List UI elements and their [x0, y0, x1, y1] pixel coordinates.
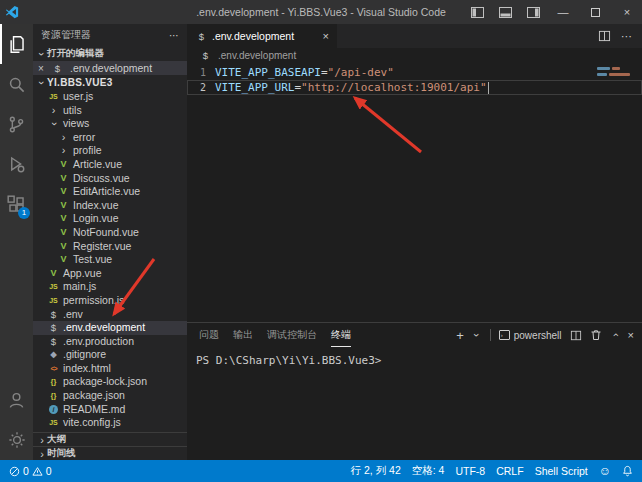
file-icon	[47, 117, 60, 131]
tree-item[interactable]: index.html	[33, 362, 187, 376]
tree-item[interactable]: package.json	[33, 389, 187, 403]
tree-item[interactable]: App.vue	[33, 267, 187, 281]
extensions-badge: 1	[18, 207, 30, 219]
editor-tab[interactable]: .env.development ×	[187, 24, 337, 48]
cursor-position[interactable]: 行 2, 列 42	[351, 464, 401, 478]
tree-item[interactable]: .gitignore	[33, 348, 187, 362]
tree-item-label: .gitignore	[63, 348, 106, 362]
notifications-bell-icon[interactable]	[622, 465, 633, 477]
toggle-panel-icon[interactable]	[492, 0, 518, 24]
split-terminal-icon[interactable]	[570, 330, 582, 341]
breadcrumb[interactable]: .env.development	[187, 48, 642, 63]
toggle-secondary-sidebar-icon[interactable]	[520, 0, 546, 24]
open-editors-section[interactable]: › 打开的编辑器	[33, 46, 187, 61]
tree-item[interactable]: Index.vue	[33, 199, 187, 213]
tree-item[interactable]: Login.vue	[33, 212, 187, 226]
kill-terminal-trash-icon[interactable]	[590, 329, 602, 341]
editor-more-actions-icon[interactable]: ⋯	[621, 30, 632, 43]
minimize-button[interactable]: —	[548, 0, 578, 24]
tree-item[interactable]: .env.development	[33, 321, 187, 335]
tree-item-label: Discuss.vue	[73, 172, 130, 186]
code-line-2-current: 2 VITE_APP_URL="http://localhost:19001/a…	[187, 80, 642, 95]
language-mode[interactable]: Shell Script	[535, 465, 588, 477]
text-cursor	[488, 82, 489, 94]
tree-item[interactable]: main.js	[33, 280, 187, 294]
tree-item[interactable]: error	[33, 131, 187, 145]
terminal-dropdown-icon[interactable]: ›	[471, 330, 483, 340]
terminal-output[interactable]: PS D:\CSharp\Yi\Yi.BBS.Vue3>	[187, 347, 642, 460]
tree-item[interactable]: NotFound.vue	[33, 226, 187, 240]
activity-source-control[interactable]	[0, 104, 33, 144]
status-bar: 0 0 行 2, 列 42 空格: 4 UTF-8 CRLF Shell Scr…	[0, 460, 642, 482]
tree-item[interactable]: Article.vue	[33, 158, 187, 172]
shell-selector[interactable]: › powershell	[499, 330, 562, 341]
tree-item[interactable]: Discuss.vue	[33, 172, 187, 186]
panel-tab[interactable]: 终端	[331, 323, 351, 347]
run-debug-icon	[7, 155, 26, 174]
activity-explorer[interactable]	[0, 24, 33, 64]
tree-item[interactable]: EditArticle.vue	[33, 185, 187, 199]
indentation-status[interactable]: 空格: 4	[412, 464, 445, 478]
panel-tab[interactable]: 调试控制台	[267, 323, 317, 347]
close-icon[interactable]: ×	[38, 63, 48, 74]
encoding-status[interactable]: UTF-8	[455, 465, 485, 477]
code-editor[interactable]: 1 VITE_APP_BASEAPI="/api-dev" 2 VITE_APP…	[187, 63, 642, 322]
file-icon	[47, 405, 60, 414]
outline-label: 大纲	[47, 433, 66, 446]
timeline-section[interactable]: › 时间线	[33, 446, 187, 460]
tree-item-label: profile	[73, 144, 102, 158]
tree-item-label: Login.vue	[73, 212, 119, 226]
activity-account[interactable]	[0, 380, 33, 420]
file-icon	[47, 375, 60, 389]
maximize-panel-icon[interactable]: ›	[609, 330, 621, 340]
tree-item[interactable]: user.js	[33, 90, 187, 104]
file-icon	[47, 348, 60, 362]
tree-item[interactable]: permission.js	[33, 294, 187, 308]
new-terminal-icon[interactable]: +	[456, 328, 464, 343]
activity-search[interactable]	[0, 64, 33, 104]
tree-item[interactable]: README.md	[33, 403, 187, 417]
open-editor-item[interactable]: × .env.development	[33, 61, 187, 75]
tree-item[interactable]: profile	[33, 144, 187, 158]
file-icon	[47, 280, 60, 294]
feedback-smiley-icon[interactable]: ☺	[599, 464, 611, 478]
outline-section[interactable]: › 大纲	[33, 432, 187, 446]
close-panel-icon[interactable]: ×	[628, 329, 634, 341]
tree-item-label: views	[63, 117, 89, 131]
activity-extensions[interactable]: 1	[0, 184, 33, 224]
chevron-right-icon: ›	[37, 448, 47, 460]
activity-run-debug[interactable]	[0, 144, 33, 184]
problems-status[interactable]: 0 0	[9, 465, 52, 477]
panel-tab[interactable]: 问题	[199, 323, 219, 347]
close-button[interactable]: ×	[612, 0, 642, 24]
tree-item-label: Index.vue	[73, 199, 119, 213]
tree-item[interactable]: Register.vue	[33, 240, 187, 254]
more-actions-icon[interactable]: ⋯	[169, 30, 179, 41]
project-section-header[interactable]: › YI.BBS.VUE3	[33, 75, 187, 90]
tab-label: .env.development	[212, 30, 294, 42]
tree-item[interactable]: utils	[33, 104, 187, 118]
maximize-button[interactable]	[580, 0, 610, 24]
tab-close-icon[interactable]: ×	[323, 30, 329, 42]
minimap[interactable]	[597, 67, 639, 76]
file-icon	[47, 267, 60, 281]
bottom-panel: 问题 输出 调试控制台 终端 + › ›	[187, 322, 642, 460]
env-var-name: VITE_APP_URL	[215, 80, 294, 95]
tree-item[interactable]: .env.production	[33, 335, 187, 349]
tree-item-label: main.js	[63, 280, 96, 294]
panel-tab[interactable]: 输出	[233, 323, 253, 347]
split-editor-icon[interactable]	[598, 30, 611, 42]
tree-item[interactable]: .env	[33, 308, 187, 322]
tree-item[interactable]: views	[33, 117, 187, 131]
toggle-sidebar-icon[interactable]	[464, 0, 490, 24]
tree-item[interactable]: package-lock.json	[33, 375, 187, 389]
tree-item[interactable]: vite.config.js	[33, 416, 187, 430]
activity-settings[interactable]	[0, 420, 33, 460]
tree-item[interactable]: Test.vue	[33, 253, 187, 267]
env-file-icon	[51, 63, 64, 74]
file-icon	[47, 90, 60, 104]
tree-item-label: .env.development	[63, 321, 145, 335]
eol-status[interactable]: CRLF	[496, 465, 523, 477]
tree-item-label: .env	[63, 308, 83, 322]
tree-item-label: user.js	[63, 90, 93, 104]
